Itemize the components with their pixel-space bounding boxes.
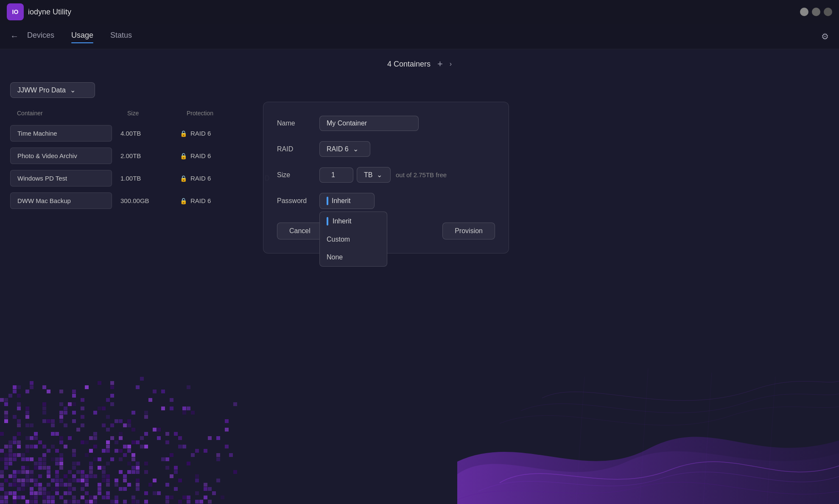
protection-cell: 🔒 RAID 6 [180,152,265,159]
password-dropdown-menu: Inherit Custom None [319,212,387,267]
container-name-button[interactable]: Time Machine [10,125,112,142]
inherit-indicator [327,197,328,205]
dialog-raid-row: RAID RAID 6 ⌄ [277,141,495,157]
container-name-button[interactable]: Windows PD Test [10,170,112,187]
protection-value: RAID 6 [190,152,211,159]
password-label: Password [277,197,319,205]
wave-bg [457,313,839,504]
titlebar: IO iodyne Utility [0,0,839,24]
password-wrapper: Inherit Inherit Custom None [319,193,375,209]
provision-button[interactable]: Provision [442,223,495,239]
device-selector: JJWW Pro Data ⌄ [10,82,829,98]
option-custom: Custom [327,236,350,243]
navbar: ← Devices Usage Status ⚙ [0,24,839,49]
device-name: JJWW Pro Data [17,86,66,94]
password-selected-value: Inherit [332,197,350,205]
containers-header: 4 Containers + › [10,59,829,69]
name-input[interactable] [319,116,419,131]
col-protection: Protection [187,110,271,117]
device-dropdown[interactable]: JJWW Pro Data ⌄ [10,82,95,98]
container-size: 300.00GB [120,197,180,204]
svg-line-1 [640,368,648,504]
chevron-down-icon: ⌄ [377,171,382,179]
container-name-button[interactable]: Photo & Video Archiv [10,148,112,164]
protection-cell: 🔒 RAID 6 [180,130,265,137]
protection-value: RAID 6 [190,175,211,182]
size-unit-dropdown[interactable]: TB ⌄ [357,167,391,183]
size-free-text: out of 2.75TB free [396,171,447,178]
list-item[interactable]: Custom [320,231,387,248]
containers-count: 4 Containers [387,60,431,69]
maximize-button[interactable] [812,8,820,16]
protection-cell: 🔒 RAID 6 [180,197,265,204]
add-container-button[interactable]: + [437,59,443,69]
nav-items: Devices Usage Status [27,31,132,42]
app-title: iodyne Utility [28,8,71,17]
back-button[interactable]: ← [10,31,19,41]
col-size: Size [127,110,187,117]
nav-item-devices[interactable]: Devices [27,31,54,42]
containers-expand-button[interactable]: › [450,60,452,68]
gear-icon: ⚙ [821,32,829,41]
size-input[interactable] [319,167,353,183]
titlebar-controls [800,8,832,16]
minimize-button[interactable] [800,8,808,16]
container-name-button[interactable]: DWW Mac Backup [10,192,112,209]
dialog-panel: Name RAID RAID 6 ⌄ Size TB ⌄ out of 2.75… [263,102,509,253]
chevron-down-icon: ⌄ [70,86,76,94]
app-logo: IO [7,3,24,20]
list-item[interactable]: Inherit [320,212,387,231]
raid-value: RAID 6 [327,145,349,153]
protection-value: RAID 6 [190,197,211,204]
size-label: Size [277,171,319,179]
svg-line-2 [703,373,712,504]
lock-icon: 🔒 [180,130,187,137]
password-dropdown-button[interactable]: Inherit [319,193,375,209]
close-button[interactable] [824,8,832,16]
container-size: 4.00TB [120,130,180,137]
nav-item-status[interactable]: Status [110,31,132,42]
svg-line-3 [767,377,775,504]
name-label: Name [277,120,319,127]
option-inherit: Inherit [333,217,351,225]
lock-icon: 🔒 [180,198,187,204]
cancel-button[interactable]: Cancel [277,223,323,239]
container-size: 2.00TB [120,152,180,159]
size-unit-value: TB [364,171,372,179]
lock-icon: 🔒 [180,153,187,159]
inherit-indicator-option [327,217,328,226]
settings-button[interactable]: ⚙ [821,31,829,42]
col-container: Container [17,110,127,117]
container-size: 1.00TB [120,175,180,182]
dialog-name-row: Name [277,116,495,131]
dialog-password-row: Password Inherit Inherit Custom None [277,193,495,209]
lock-icon: 🔒 [180,175,187,182]
svg-line-0 [576,377,585,504]
list-item[interactable]: None [320,248,387,266]
raid-label: RAID [277,145,319,153]
chevron-down-icon: ⌄ [353,145,358,153]
dialog-size-row: Size TB ⌄ out of 2.75TB free [277,167,495,183]
protection-cell: 🔒 RAID 6 [180,175,265,182]
protection-value: RAID 6 [190,130,211,137]
nav-item-usage[interactable]: Usage [71,31,93,42]
raid-dropdown[interactable]: RAID 6 ⌄ [319,141,370,157]
pixel-art-bg [0,377,254,504]
option-none: None [327,253,343,261]
